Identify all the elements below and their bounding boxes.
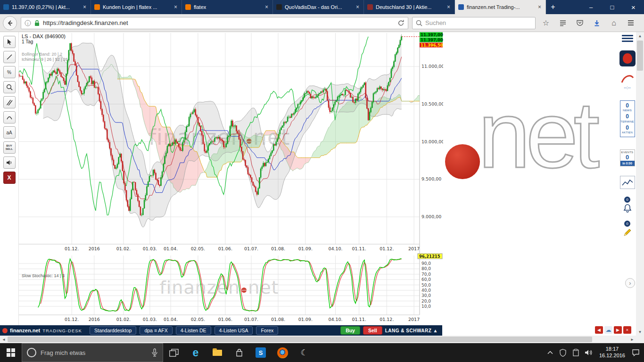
svg-text:11.397,00: 11.397,00 <box>421 38 443 42</box>
bookmark-star-icon[interactable]: ☆ <box>539 16 553 30</box>
stochastic-label: Slow Stochastic: 14 | 3 <box>22 273 65 278</box>
tool-buy-sell[interactable]: BUYSELL <box>3 141 16 154</box>
tab-close-icon[interactable]: × <box>264 4 269 10</box>
desk-button[interactable]: 4-Listen DE <box>176 326 211 335</box>
sell-button[interactable]: Sell <box>363 326 382 335</box>
action-center-icon[interactable] <box>629 343 642 362</box>
svg-text:02.05.: 02.05. <box>191 317 205 322</box>
tray-expand-icon[interactable] <box>544 343 557 362</box>
desk-button[interactable]: Standarddesktop <box>90 326 136 335</box>
slide-next-button[interactable]: ▶ <box>614 326 622 334</box>
edge-icon[interactable]: e <box>185 343 206 362</box>
bookmarks-menu-icon[interactable] <box>556 16 570 30</box>
vertical-scrollbar[interactable]: ▲ ▼ <box>636 32 644 336</box>
svg-text:60,0: 60,0 <box>421 277 431 282</box>
panel-events[interactable]: EVENTS 0 in 0:00 <box>620 149 635 166</box>
mini-chart-icon[interactable] <box>620 176 635 189</box>
task-view-button[interactable] <box>163 343 185 362</box>
horizontal-scrollbar[interactable]: ◄ ► <box>0 336 636 343</box>
tab-close-icon[interactable]: × <box>173 4 178 10</box>
ichimoku-label: Ichimoku: 9 | 26 | 52 | 26 <box>22 57 68 62</box>
desk-button[interactable]: Forex <box>256 326 278 335</box>
pocket-icon[interactable] <box>573 16 586 30</box>
tool-text[interactable]: aA <box>3 126 16 139</box>
slide-prev-button[interactable]: ◀ <box>595 326 603 334</box>
back-button[interactable] <box>3 16 17 30</box>
scroll-up-icon[interactable]: ▲ <box>636 32 644 40</box>
tab-close-icon[interactable]: × <box>82 4 87 10</box>
svg-text:01.04.: 01.04. <box>164 246 178 251</box>
expand-panel-chevron[interactable]: › <box>625 278 635 288</box>
panel-menu-icon[interactable] <box>622 35 633 42</box>
taskbar-clock[interactable]: 18:17 16.12.2016 <box>595 346 629 359</box>
night-mode-icon[interactable]: ☾ <box>293 343 315 362</box>
tool-cursor[interactable] <box>3 36 16 48</box>
tab-close-icon[interactable]: × <box>446 4 451 10</box>
address-bar[interactable]: i https://tradingdesk.finanzen.net <box>21 17 408 29</box>
tab-title: QuoVadisDax - das Ori... <box>285 4 352 10</box>
clipboard-tray-icon[interactable] <box>570 343 582 362</box>
finanzen-head-icon[interactable] <box>619 50 636 66</box>
tool-trendline[interactable] <box>3 51 16 63</box>
downloads-icon[interactable] <box>590 16 603 30</box>
slide-close-button[interactable]: × <box>623 326 631 334</box>
horizontal-scroll-thumb[interactable] <box>8 337 592 342</box>
close-window-button[interactable]: × <box>623 0 644 14</box>
counter-value: 0 <box>620 102 635 109</box>
bollinger-label: Bollinger Band: 20 | 2 <box>22 52 62 57</box>
tab-favicon <box>276 4 282 10</box>
desk-button[interactable]: dpa ≡ AFX <box>140 326 172 335</box>
tab-favicon <box>3 4 9 10</box>
browser-tab[interactable]: 11.397,00 (0,27%) | Akt...× <box>0 0 91 14</box>
vertical-scroll-thumb[interactable] <box>637 41 643 71</box>
cortana-search-box[interactable]: Frag mich etwas <box>22 343 163 362</box>
scroll-down-icon[interactable]: ▼ <box>636 328 644 336</box>
tool-close[interactable]: X <box>3 172 16 184</box>
browser-tab[interactable]: flatex× <box>182 0 273 14</box>
url-text[interactable]: https://tradingdesk.finanzen.net <box>43 19 394 26</box>
tool-zoom[interactable] <box>3 81 16 93</box>
scroll-right-icon[interactable]: ► <box>628 336 636 343</box>
file-explorer-icon[interactable] <box>206 343 228 362</box>
browser-tab[interactable]: Kunden Login | flatex ...× <box>91 0 182 14</box>
store-icon[interactable] <box>228 343 250 362</box>
notes-pencil[interactable]: 0 <box>620 221 635 237</box>
tool-percent[interactable]: % <box>3 66 16 78</box>
browser-tab[interactable]: finanzen.net Trading-...× <box>455 0 546 14</box>
chart-canvas[interactable]: 11.000,0010.500,0010.000,009.500,009.000… <box>0 32 443 325</box>
counter-label: TERMINE <box>620 120 635 123</box>
home-icon[interactable]: ⌂ <box>607 16 620 30</box>
tool-parallel-lines[interactable] <box>3 96 16 108</box>
pinned-app-icon[interactable]: S <box>250 343 272 362</box>
maximize-button[interactable]: □ <box>602 0 623 14</box>
svg-text:01.12.: 01.12. <box>380 246 394 251</box>
browser-tab[interactable]: Deutschland 30 | Aktie...× <box>364 0 455 14</box>
reload-icon[interactable] <box>397 19 405 26</box>
browser-tab[interactable]: QuoVadisDax - das Ori...× <box>273 0 364 14</box>
scroll-left-icon[interactable]: ◄ <box>0 336 8 343</box>
buy-button[interactable]: Buy <box>340 326 360 335</box>
tool-sound[interactable] <box>3 156 16 169</box>
firefox-icon[interactable] <box>272 343 293 362</box>
cortana-icon <box>27 348 36 357</box>
alerts-bell[interactable]: 0 <box>620 197 635 213</box>
search-input[interactable]: Suchen <box>412 17 536 29</box>
microphone-icon[interactable] <box>151 348 158 357</box>
tab-close-icon[interactable]: × <box>537 4 542 10</box>
menu-icon[interactable] <box>624 16 637 30</box>
svg-text:50,0: 50,0 <box>421 283 431 288</box>
svg-text:02.05.: 02.05. <box>191 246 205 251</box>
desk-button[interactable]: 4-Listen USA <box>215 326 253 335</box>
start-button[interactable] <box>0 343 22 362</box>
minimize-button[interactable]: – <box>580 0 602 14</box>
pencil-icon <box>623 228 632 237</box>
svg-text:11.397,00: 11.397,00 <box>421 33 443 37</box>
cloud-icon[interactable]: ☁ <box>604 326 612 334</box>
new-tab-button[interactable]: + <box>546 0 560 14</box>
panel-counters[interactable]: 0NEWS0TERMINE0AKTIEN <box>620 100 635 137</box>
tab-close-icon[interactable]: × <box>355 4 360 10</box>
site-info-icon[interactable]: i <box>25 20 31 26</box>
antivirus-shield-icon[interactable] <box>557 343 570 362</box>
volume-icon[interactable] <box>582 343 595 362</box>
tool-arc[interactable] <box>3 111 16 123</box>
